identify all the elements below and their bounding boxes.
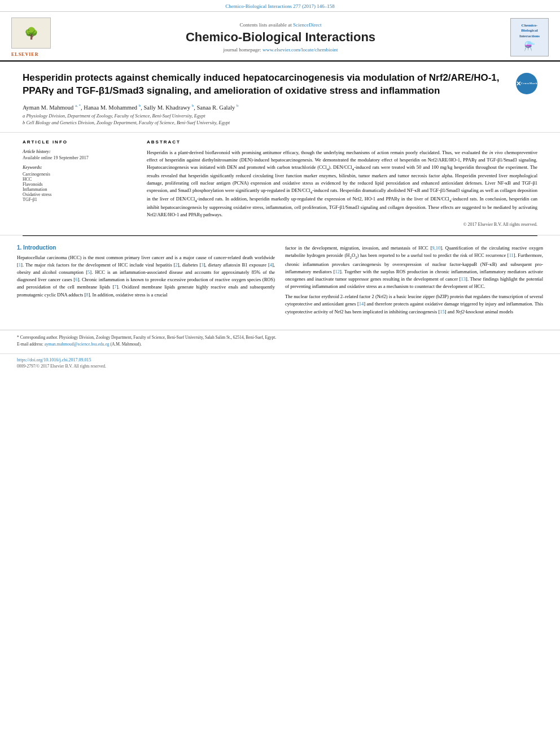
- copyright-notice: © 2017 Elsevier B.V. All rights reserved…: [147, 221, 537, 228]
- keywords-label: Keywords:: [23, 165, 135, 170]
- ref-9[interactable]: 9,10: [432, 245, 440, 251]
- journal-header-center: Contents lists available at ScienceDirec…: [51, 22, 510, 53]
- history-label: Article history:: [23, 149, 135, 154]
- journal-title: Chemico-Biological Interactions: [62, 30, 499, 45]
- main-right-column: factor in the development, migration, in…: [285, 244, 543, 318]
- ref-12[interactable]: 12: [335, 269, 340, 274]
- ref-1[interactable]: 1: [19, 262, 21, 268]
- intro-para-3: The nuclear factor erythroid 2–related f…: [285, 293, 543, 316]
- main-left-column: 1. Introduction Hepatocellular carcinoma…: [17, 244, 275, 318]
- footnote-section: * Corresponding author. Physiology Divis…: [0, 330, 560, 353]
- article-info-abstract-section: ARTICLE INFO Article history: Available …: [0, 133, 560, 235]
- ref-3[interactable]: 3: [201, 262, 203, 268]
- keyword-oxidative-stress: Oxidative stress: [23, 192, 135, 197]
- abstract-heading: ABSTRACT: [147, 139, 537, 145]
- journal-header: 🌳 ELSEVIER Contents lists available at S…: [0, 12, 560, 62]
- ref-15[interactable]: 15: [440, 309, 445, 314]
- article-title-section: Hesperidin protects against chemically i…: [0, 62, 560, 133]
- doi-link[interactable]: https://doi.org/10.1016/j.cbi.2017.09.01…: [17, 357, 543, 362]
- issn-line: 0009-2797/© 2017 Elsevier B.V. All right…: [17, 364, 543, 369]
- affiliation-b: b Cell Biology and Genetics Division, Zo…: [23, 120, 537, 125]
- ref-5[interactable]: 5: [88, 269, 90, 275]
- ref-7[interactable]: 7: [114, 284, 116, 290]
- ref-13[interactable]: 13: [461, 276, 466, 282]
- intro-heading: 1. Introduction: [17, 244, 275, 251]
- ref-11[interactable]: 11: [509, 252, 514, 258]
- article-title: Hesperidin protects against chemically i…: [23, 72, 510, 98]
- article-info-column: ARTICLE INFO Article history: Available …: [23, 139, 135, 228]
- intro-para-2: factor in the development, migration, in…: [285, 244, 543, 291]
- intro-text-right: factor in the development, migration, in…: [285, 244, 543, 316]
- journal-reference-bar: Chemico-Biological Interactions 277 (201…: [0, 0, 560, 12]
- main-body-section: 1. Introduction Hepatocellular carcinoma…: [0, 236, 560, 324]
- crossmark-icon: ✕CrossMark: [516, 73, 537, 94]
- journal-header-left: 🌳 ELSEVIER: [11, 18, 51, 57]
- page: Chemico-Biological Interactions 277 (201…: [0, 0, 560, 372]
- ref-14[interactable]: 14: [359, 301, 364, 307]
- article-title-row: Hesperidin protects against chemically i…: [23, 72, 537, 98]
- contents-label: Contents lists available at ScienceDirec…: [62, 22, 499, 28]
- ref-6[interactable]: 6: [75, 277, 77, 282]
- journal-homepage: journal homepage: www.elsevier.com/locat…: [62, 47, 499, 53]
- available-online: Available online 19 September 2017: [23, 155, 135, 160]
- keyword-hcc: HCC: [23, 177, 135, 182]
- journal-ref-text: Chemico-Biological Interactions 277 (201…: [225, 3, 334, 9]
- affiliations: a Physiology Division, Department of Zoo…: [23, 113, 537, 125]
- abstract-text: Hesperidin is a plant-derived bioflavono…: [147, 149, 537, 228]
- abstract-paragraph: Hesperidin is a plant-derived bioflavono…: [147, 149, 537, 218]
- elsevier-brand: ELSEVIER: [11, 52, 38, 57]
- homepage-url[interactable]: www.elsevier.com/locate/chembioint: [262, 47, 338, 53]
- authors-line: Ayman M. Mahmoud a, *, Hanaa M. Mohammed…: [23, 103, 537, 111]
- doi-bar: https://doi.org/10.1016/j.cbi.2017.09.01…: [0, 353, 560, 372]
- abstract-column: ABSTRACT Hesperidin is a plant-derived b…: [147, 139, 537, 228]
- crossmark-badge[interactable]: ✕CrossMark: [516, 73, 537, 94]
- email-note: E-mail address: ayman.mahmoud@science.bs…: [17, 342, 543, 348]
- intro-text-left: Hepatocellular carcinoma (HCC) is the mo…: [17, 254, 275, 299]
- keyword-carcinogenesis: Carcinogenesis: [23, 172, 135, 177]
- corresponding-author-note: * Corresponding author. Physiology Divis…: [17, 335, 543, 341]
- intro-para-1: Hepatocellular carcinoma (HCC) is the mo…: [17, 254, 275, 299]
- keyword-tgf-b1: TGF-β1: [23, 197, 135, 202]
- cbi-journal-logo: Chemico-BiologicalInteractions ⚗️: [510, 18, 549, 56]
- author-email[interactable]: ayman.mahmoud@science.bsu.edu.eg: [45, 342, 110, 347]
- article-info-heading: ARTICLE INFO: [23, 139, 135, 145]
- ref-8[interactable]: 8: [86, 292, 88, 298]
- ref-2[interactable]: 2: [176, 262, 178, 268]
- ref-4[interactable]: 4: [270, 262, 272, 268]
- sciencedirect-link[interactable]: ScienceDirect: [293, 22, 321, 28]
- affiliation-a: a Physiology Division, Department of Zoo…: [23, 113, 537, 119]
- keyword-flavonoids: Flavonoids: [23, 182, 135, 187]
- keyword-inflammation: Inflammation: [23, 187, 135, 192]
- elsevier-tree-logo: 🌳: [11, 18, 51, 49]
